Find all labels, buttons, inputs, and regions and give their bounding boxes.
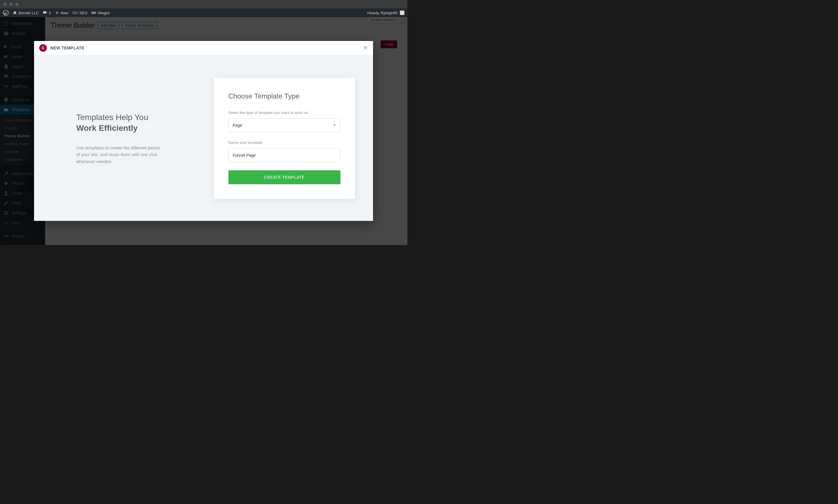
home-icon [13, 11, 17, 15]
template-name-input[interactable] [228, 148, 340, 162]
plus-icon [55, 11, 59, 15]
modal-headline-1: Templates Help You [76, 111, 195, 124]
elementor-logo-icon: E [39, 44, 47, 52]
form-title: Choose Template Type [228, 92, 340, 100]
new-template-modal: E NEW TEMPLATE Templates Help You Work E… [34, 41, 373, 221]
select-value: Page [233, 123, 242, 128]
weglot-icon: WG [91, 11, 96, 15]
window-titlebar [0, 0, 407, 8]
type-label: Select the type of template you want to … [228, 110, 340, 115]
close-modal-button[interactable] [359, 45, 368, 51]
admin-bar: Bernier LLC 3 New SEO WG Weglot Howdy, R… [0, 8, 407, 17]
close-window-icon[interactable] [3, 3, 7, 6]
comment-icon [43, 11, 47, 15]
modal-info-panel: Templates Help You Work Efficiently Use … [34, 55, 213, 221]
wordpress-icon [3, 10, 9, 16]
name-label: Name your template [228, 140, 340, 145]
modal-headline-2: Work Efficiently [76, 124, 195, 133]
window-controls [3, 3, 19, 6]
wp-logo-menu[interactable] [3, 10, 9, 16]
chevron-down-icon: ▼ [333, 124, 336, 127]
comments-count: 3 [49, 11, 51, 15]
maximize-window-icon[interactable] [15, 3, 19, 6]
avatar[interactable] [400, 11, 405, 15]
modal-title: NEW TEMPLATE [50, 46, 84, 50]
new-content-link[interactable]: New [55, 11, 68, 15]
seo-label: SEO [80, 11, 87, 15]
site-name: Bernier LLC [19, 11, 39, 15]
svg-point-2 [75, 12, 78, 14]
create-template-button[interactable]: CREATE TEMPLATE [228, 170, 340, 184]
site-link[interactable]: Bernier LLC [13, 11, 39, 15]
seo-icon [72, 10, 78, 15]
comments-link[interactable]: 3 [43, 11, 51, 15]
new-label: New [61, 11, 68, 15]
howdy-text[interactable]: Howdy, Ryleigh85 [367, 11, 397, 15]
template-form: Choose Template Type Select the type of … [214, 78, 355, 199]
svg-rect-1 [72, 12, 75, 14]
weglot-link[interactable]: WG Weglot [91, 11, 109, 15]
seo-link[interactable]: SEO [72, 10, 87, 15]
template-type-select[interactable]: Page ▼ [228, 118, 340, 132]
weglot-label: Weglot [98, 11, 109, 15]
modal-header: E NEW TEMPLATE [34, 41, 373, 55]
close-icon [363, 46, 368, 50]
minimize-window-icon[interactable] [9, 3, 13, 6]
modal-subtext: Use templates to create the different pi… [76, 144, 160, 165]
